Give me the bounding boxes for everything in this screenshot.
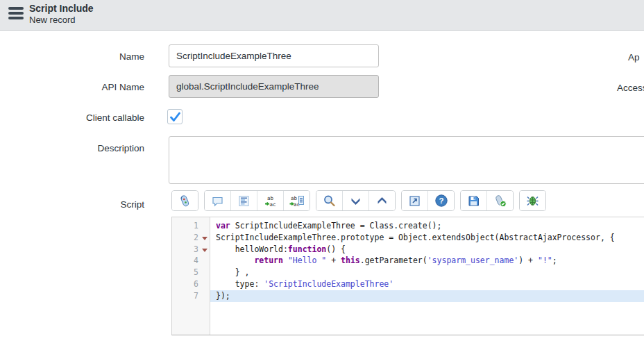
svg-text:ac: ac: [270, 201, 276, 207]
page-title: Script Include: [29, 3, 94, 14]
gutter-empty: [172, 302, 210, 335]
replace-button[interactable]: abac: [257, 191, 283, 210]
toolbar-group: ?: [401, 190, 455, 211]
format-code-button[interactable]: [230, 191, 257, 210]
name-input[interactable]: [169, 44, 379, 67]
toolbar-group: [519, 190, 546, 211]
code-editor[interactable]: 1var ScriptIncludeExampleThree = Class.c…: [171, 217, 644, 335]
code-line[interactable]: 4 return "Hello " + this.getParameter('s…: [172, 255, 644, 267]
line-number: 4: [172, 255, 210, 267]
code-line[interactable]: 6 type: 'ScriptIncludeExampleThree': [172, 278, 644, 290]
syntax-editor-button[interactable]: [172, 191, 198, 210]
script-editor-toolbar: abacabac?: [171, 190, 546, 211]
replace-all-button[interactable]: abac: [283, 191, 310, 210]
code-text[interactable]: var ScriptIncludeExampleThree = Class.cr…: [210, 217, 644, 232]
toolbar-group: [460, 190, 514, 211]
line-number: 1: [172, 217, 210, 232]
api-name-label: API Name: [21, 82, 144, 92]
toolbar-group: [316, 190, 396, 211]
debugger-icon: [525, 194, 540, 208]
replace-all-icon: abac: [289, 194, 305, 208]
header-bar: Script Include New record: [0, 0, 644, 31]
replace-icon: abac: [263, 194, 278, 208]
code-line[interactable]: 1var ScriptIncludeExampleThree = Class.c…: [172, 217, 644, 232]
syntax-check-button[interactable]: [486, 191, 513, 210]
svg-text:?: ?: [439, 196, 443, 205]
description-label: Description: [21, 143, 144, 153]
code-empty[interactable]: [210, 302, 644, 335]
code-text[interactable]: });: [210, 290, 644, 302]
toggle-comment-icon: [211, 194, 224, 208]
code-text[interactable]: return "Hello " + this.getParameter('sys…: [210, 255, 644, 267]
menu-icon[interactable]: [8, 7, 24, 24]
line-number: 6: [172, 278, 210, 290]
find-next-icon: [350, 195, 362, 207]
name-label: Name: [21, 51, 144, 62]
page-subtitle: New record: [29, 15, 75, 25]
debugger-button[interactable]: [520, 191, 545, 210]
code-line[interactable]: 7});: [172, 290, 644, 302]
accessible-from-label: Access: [617, 83, 644, 93]
fold-arrow-icon[interactable]: [202, 249, 207, 252]
line-number: 7: [172, 290, 210, 302]
code-text[interactable]: helloWorld:function() {: [210, 244, 644, 256]
toggle-comment-button[interactable]: [205, 191, 230, 210]
script-include-form: Script Include New record Name Ap API Na…: [0, 0, 644, 343]
format-code-icon: [237, 194, 251, 208]
search-icon: [322, 194, 337, 208]
code-line[interactable]: 3 helloWorld:function() {: [172, 244, 644, 256]
application-label: Ap: [628, 52, 640, 62]
search-button[interactable]: [316, 191, 342, 210]
code-line[interactable]: 2ScriptIncludeExampleThree.prototype = O…: [172, 232, 644, 244]
api-name-input: [169, 75, 379, 98]
line-number: 3: [172, 244, 210, 256]
check-icon: [169, 111, 181, 123]
script-label: Script: [21, 199, 144, 210]
find-previous-icon: [376, 195, 388, 207]
toolbar-group: abacabac: [204, 190, 310, 211]
client-callable-checkbox[interactable]: [167, 109, 183, 124]
help-icon: ?: [434, 194, 448, 208]
fold-arrow-icon[interactable]: [202, 237, 207, 240]
save-button[interactable]: [461, 191, 486, 210]
syntax-check-icon: [493, 194, 507, 208]
syntax-editor-icon: [178, 194, 192, 208]
line-number: 5: [172, 267, 210, 278]
find-next-button[interactable]: [342, 191, 368, 210]
code-text[interactable]: type: 'ScriptIncludeExampleThree': [210, 278, 644, 290]
find-previous-button[interactable]: [368, 191, 395, 210]
toolbar-group: [171, 190, 198, 211]
pop-out-icon: [408, 194, 421, 208]
client-callable-label: Client callable: [21, 112, 144, 123]
help-button[interactable]: ?: [427, 191, 454, 210]
code-text[interactable]: ScriptIncludeExampleThree.prototype = Ob…: [210, 232, 644, 244]
code-line[interactable]: 5 } ,: [172, 267, 644, 278]
code-text[interactable]: } ,: [210, 267, 644, 278]
line-number: 2: [172, 232, 210, 244]
description-input[interactable]: [169, 136, 644, 184]
pop-out-button[interactable]: [402, 191, 427, 210]
save-icon: [467, 194, 480, 208]
editor-empty-area[interactable]: [172, 302, 644, 335]
